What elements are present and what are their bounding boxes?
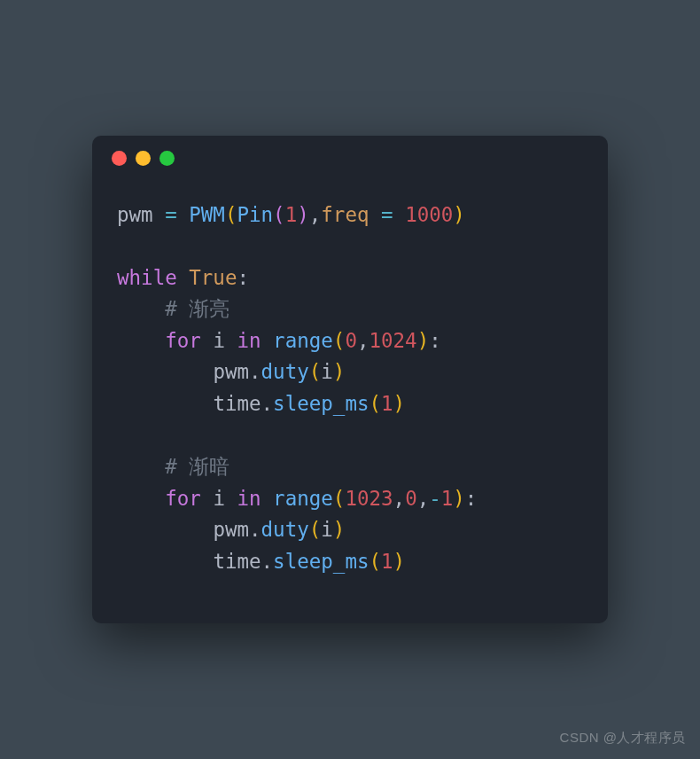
code-token: . (261, 392, 274, 415)
code-indent (117, 297, 165, 320)
paren-icon: ( (369, 392, 381, 415)
code-token: PWM (189, 203, 225, 226)
code-space (261, 487, 274, 510)
code-indent (117, 329, 165, 352)
code-space (225, 487, 237, 510)
minimize-icon[interactable] (136, 151, 151, 166)
code-space (153, 203, 166, 226)
code-indent (117, 518, 213, 541)
code-token: duty (261, 360, 309, 383)
code-token: sleep_ms (273, 550, 369, 573)
code-token: 1024 (369, 329, 416, 352)
code-token: , (393, 487, 406, 510)
code-indent (117, 360, 213, 383)
code-space (369, 203, 381, 226)
paren-icon: ( (333, 487, 346, 510)
code-token: for (165, 329, 201, 352)
code-token: i (321, 518, 333, 541)
code-token: 0 (405, 487, 417, 510)
code-space (393, 203, 406, 226)
code-token: 1023 (345, 487, 393, 510)
blank-line (117, 231, 583, 262)
code-token: . (261, 550, 274, 573)
code-token: = (165, 203, 177, 226)
code-token: - (429, 487, 441, 510)
code-token: , (357, 329, 369, 352)
maximize-icon[interactable] (159, 151, 175, 166)
blank-line (117, 420, 583, 452)
code-token: 1 (381, 392, 393, 415)
paren-icon: ) (333, 360, 346, 383)
code-space (225, 329, 237, 352)
code-indent (117, 392, 213, 415)
code-token: i (321, 360, 333, 383)
code-indent (117, 550, 213, 573)
paren-icon: ) (393, 392, 406, 415)
close-icon[interactable] (112, 151, 127, 166)
code-content: pwm = PWM(Pin(1),freq = 1000) while True… (92, 182, 608, 624)
code-token: duty (261, 518, 309, 541)
paren-icon: ) (333, 518, 346, 541)
code-token: pwm (117, 203, 153, 226)
code-token: . (249, 518, 261, 541)
code-token: for (165, 487, 201, 510)
watermark-text: CSDN @人才程序员 (560, 730, 686, 747)
code-token: 1 (381, 550, 393, 573)
code-space (201, 487, 214, 510)
code-token: = (381, 203, 393, 226)
code-token: : (237, 266, 249, 289)
code-token: 1000 (405, 203, 453, 226)
paren-icon: ) (393, 550, 406, 573)
code-token: time (213, 550, 261, 573)
paren-icon: ) (453, 487, 465, 510)
code-token: : (465, 487, 478, 510)
code-token: in (237, 329, 261, 352)
code-comment: 渐暗 (189, 455, 229, 478)
code-token: while (117, 266, 177, 289)
code-comment: # (165, 455, 189, 478)
paren-icon: ) (417, 329, 430, 352)
code-token: in (237, 487, 261, 510)
code-comment: # (165, 297, 189, 320)
code-space (177, 203, 190, 226)
code-editor-window: pwm = PWM(Pin(1),freq = 1000) while True… (92, 136, 608, 624)
code-token: pwm (213, 518, 249, 541)
code-token: pwm (213, 360, 249, 383)
code-token: Pin (237, 203, 273, 226)
code-token: 1 (285, 203, 298, 226)
code-token: 0 (345, 329, 357, 352)
code-token: 1 (441, 487, 454, 510)
code-token: sleep_ms (273, 392, 369, 415)
code-token: . (249, 360, 261, 383)
code-token: , (417, 487, 430, 510)
paren-icon: ( (273, 203, 285, 226)
code-space (177, 266, 190, 289)
paren-icon: ) (453, 203, 465, 226)
paren-icon: ( (369, 550, 381, 573)
code-indent (117, 455, 165, 478)
code-token: freq (321, 203, 369, 226)
paren-icon: ) (297, 203, 309, 226)
code-token: range (273, 487, 333, 510)
code-indent (117, 487, 165, 510)
paren-icon: ( (309, 518, 322, 541)
code-token: time (213, 392, 261, 415)
paren-icon: ( (309, 360, 322, 383)
code-token: , (309, 203, 322, 226)
code-token: True (189, 266, 237, 289)
code-token: i (213, 329, 225, 352)
code-token: i (213, 487, 225, 510)
code-space (261, 329, 274, 352)
code-token: range (273, 329, 333, 352)
code-space (201, 329, 214, 352)
paren-icon: ( (333, 329, 346, 352)
paren-icon: ( (225, 203, 237, 226)
window-titlebar (92, 136, 608, 182)
code-comment: 渐亮 (189, 297, 229, 320)
code-token: : (429, 329, 441, 352)
